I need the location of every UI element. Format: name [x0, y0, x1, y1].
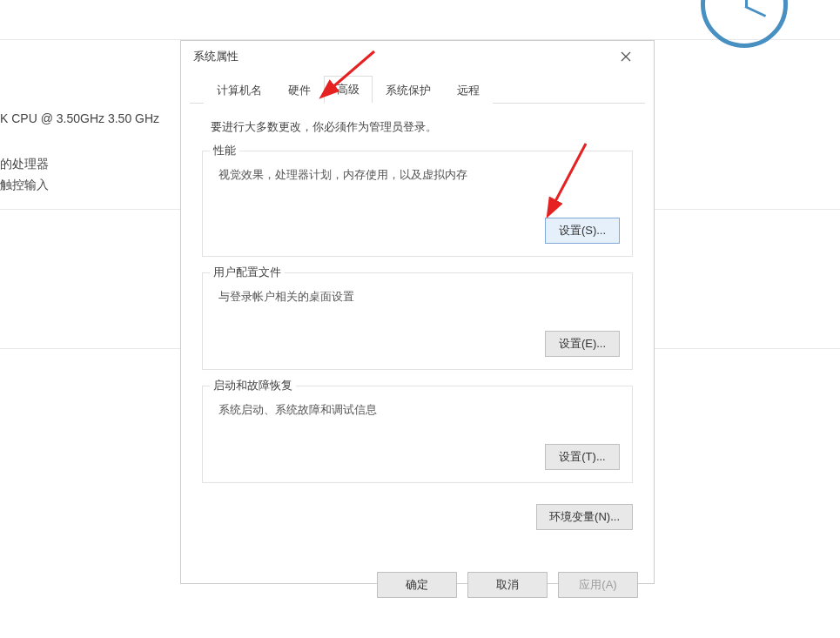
tab-system-protection[interactable]: 系统保护	[373, 77, 444, 104]
titlebar: 系统属性	[181, 41, 654, 72]
group-desc-startup: 系统启动、系统故障和调试信息	[218, 402, 620, 418]
tab-computer-name[interactable]: 计算机名	[204, 77, 275, 104]
tab-remote[interactable]: 远程	[444, 77, 493, 104]
tab-strip: 计算机名 硬件 高级 系统保护 远程	[190, 79, 645, 104]
system-properties-dialog: 系统属性 计算机名 硬件 高级 系统保护 远程 要进行大多数更改，你必须作为管理…	[180, 40, 655, 584]
env-row: 环境变量(N)...	[181, 504, 654, 530]
cpu-spec-text: K CPU @ 3.50GHz 3.50 GHz	[0, 111, 159, 125]
cancel-button[interactable]: 取消	[467, 572, 548, 598]
tab-content-advanced: 要进行大多数更改，你必须作为管理员登录。 性能 视觉效果，处理器计划，内存使用，…	[181, 104, 654, 509]
group-title-performance: 性能	[210, 143, 239, 158]
group-desc-performance: 视觉效果，处理器计划，内存使用，以及虚拟内存	[218, 167, 620, 183]
ok-button[interactable]: 确定	[377, 572, 457, 598]
environment-variables-button[interactable]: 环境变量(N)...	[536, 504, 633, 530]
tab-hardware[interactable]: 硬件	[275, 77, 324, 104]
group-user-profiles: 用户配置文件 与登录帐户相关的桌面设置 设置(E)...	[202, 272, 633, 370]
admin-note: 要进行大多数更改，你必须作为管理员登录。	[211, 119, 633, 135]
settings-profiles-button[interactable]: 设置(E)...	[545, 331, 620, 357]
settings-performance-button[interactable]: 设置(S)...	[545, 218, 620, 244]
group-desc-profiles: 与登录帐户相关的桌面设置	[218, 289, 620, 305]
group-title-profiles: 用户配置文件	[210, 265, 285, 280]
apply-button[interactable]: 应用(A)	[558, 572, 638, 598]
settings-startup-button[interactable]: 设置(T)...	[545, 444, 620, 470]
dialog-title: 系统属性	[193, 49, 239, 64]
touch-text: 触控输入	[0, 178, 49, 193]
tab-advanced[interactable]: 高级	[324, 76, 373, 104]
close-icon	[621, 51, 631, 62]
dialog-button-row: 确定 取消 应用(A)	[181, 572, 654, 598]
group-title-startup: 启动和故障恢复	[210, 378, 296, 393]
group-startup-recovery: 启动和故障恢复 系统启动、系统故障和调试信息 设置(T)...	[202, 386, 633, 483]
group-performance: 性能 视觉效果，处理器计划，内存使用，以及虚拟内存 设置(S)...	[202, 151, 633, 257]
clock-icon	[701, 0, 788, 48]
processor-text: 的处理器	[0, 157, 49, 172]
close-button[interactable]	[608, 44, 643, 69]
